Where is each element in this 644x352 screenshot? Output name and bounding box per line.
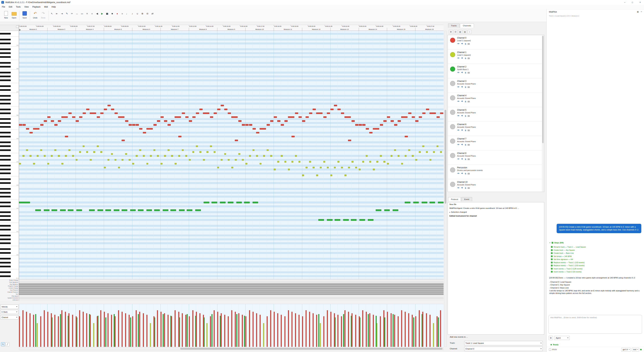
lead-velocity-bar[interactable] bbox=[274, 312, 275, 347]
lead-velocity-bar[interactable] bbox=[362, 310, 363, 347]
arp-note[interactable] bbox=[260, 163, 262, 164]
lead-note[interactable] bbox=[412, 116, 415, 118]
visibility-eye-icon[interactable] bbox=[457, 172, 460, 175]
lead-velocity-bar[interactable] bbox=[79, 310, 80, 347]
lead-velocity-bar[interactable] bbox=[139, 312, 140, 347]
lead-note[interactable] bbox=[369, 132, 372, 133]
lead-note[interactable] bbox=[185, 116, 188, 118]
magnet-button[interactable]: ∪ bbox=[135, 11, 140, 16]
speaker-icon[interactable] bbox=[461, 100, 464, 103]
arp-note[interactable] bbox=[440, 151, 442, 153]
speaker-icon[interactable] bbox=[461, 42, 464, 45]
bass-velocity-bar[interactable] bbox=[244, 316, 245, 347]
new-button[interactable]: New bbox=[2, 10, 10, 19]
arp-note[interactable] bbox=[341, 167, 343, 168]
lead-note[interactable] bbox=[217, 109, 220, 110]
lead-velocity-bar[interactable] bbox=[415, 316, 416, 347]
channel-row[interactable]: Channel 1Lead 1 (square)S bbox=[448, 49, 542, 64]
bass-velocity-bar[interactable] bbox=[212, 314, 212, 347]
black-key[interactable] bbox=[0, 89, 11, 91]
arp-note[interactable] bbox=[200, 151, 202, 153]
visibility-eye-icon[interactable] bbox=[457, 86, 460, 89]
black-key[interactable] bbox=[0, 118, 11, 120]
arp-note[interactable] bbox=[224, 153, 226, 155]
menu-edit[interactable]: Edit bbox=[7, 5, 14, 9]
black-key[interactable] bbox=[0, 99, 11, 101]
arp-note[interactable] bbox=[206, 151, 208, 153]
lead-note[interactable] bbox=[40, 124, 44, 126]
arp-note[interactable] bbox=[196, 145, 198, 147]
lead-note[interactable] bbox=[104, 109, 107, 110]
protocol-item[interactable]: Edited instrument for channel bbox=[448, 214, 544, 218]
arp-note[interactable] bbox=[334, 167, 336, 168]
bass-velocity-bar[interactable] bbox=[163, 314, 164, 347]
solo-button[interactable]: S bbox=[465, 144, 466, 146]
bass-note[interactable] bbox=[430, 202, 435, 203]
lead-note[interactable] bbox=[54, 124, 58, 126]
lead-velocity-bar[interactable] bbox=[366, 312, 367, 347]
open-button[interactable]: Open bbox=[10, 10, 18, 19]
bass-note[interactable] bbox=[195, 209, 201, 211]
lead-note[interactable] bbox=[108, 105, 111, 106]
channel-list-scrollbar[interactable] bbox=[542, 35, 544, 192]
arp-note[interactable] bbox=[292, 161, 294, 162]
arp-note[interactable] bbox=[174, 163, 176, 164]
arp-note[interactable] bbox=[104, 167, 106, 168]
black-key[interactable] bbox=[0, 271, 11, 273]
arp-note[interactable] bbox=[192, 151, 194, 153]
channel-row[interactable]: PercussionDrums and percussion eventsS bbox=[448, 165, 542, 179]
visibility-eye-icon[interactable] bbox=[457, 57, 460, 60]
event-lane-bar[interactable] bbox=[19, 288, 444, 289]
minimize-button[interactable]: – bbox=[621, 0, 628, 5]
bass-note[interactable] bbox=[170, 209, 176, 211]
bass-note[interactable] bbox=[351, 219, 356, 221]
lead-note[interactable] bbox=[292, 136, 295, 137]
black-key[interactable] bbox=[0, 275, 11, 277]
solo-button[interactable]: S bbox=[465, 86, 466, 88]
lead-velocity-bar[interactable] bbox=[252, 312, 254, 347]
lead-velocity-bar[interactable] bbox=[114, 316, 116, 347]
lead-velocity-bar[interactable] bbox=[270, 310, 271, 347]
bass-note[interactable] bbox=[413, 202, 419, 203]
vertical-scroll-thumb[interactable] bbox=[444, 110, 446, 204]
lead-velocity-bar[interactable] bbox=[369, 313, 370, 347]
lead-velocity-bar[interactable] bbox=[260, 315, 260, 347]
bass-velocity-bar[interactable] bbox=[343, 314, 344, 347]
lead-note[interactable] bbox=[352, 120, 355, 122]
lead-velocity-bar[interactable] bbox=[436, 316, 438, 347]
visibility-eye-icon[interactable] bbox=[457, 71, 460, 74]
black-key[interactable] bbox=[0, 145, 11, 147]
arp-note[interactable] bbox=[40, 149, 42, 151]
save-button[interactable]: Save bbox=[21, 10, 29, 19]
lead-velocity-bar[interactable] bbox=[143, 313, 144, 347]
lead-note[interactable] bbox=[256, 132, 259, 133]
model-select[interactable]: gpt-5.4 bbox=[621, 348, 630, 352]
lead-note[interactable] bbox=[281, 124, 284, 126]
channel-row[interactable]: Channel 0Lead 1 (square)S bbox=[448, 35, 542, 49]
bass-note[interactable] bbox=[212, 202, 217, 203]
black-key[interactable] bbox=[0, 48, 11, 50]
lead-note[interactable] bbox=[224, 109, 228, 110]
lead-velocity-bar[interactable] bbox=[125, 313, 126, 347]
arp-note[interactable] bbox=[352, 161, 354, 162]
arp-note[interactable] bbox=[136, 155, 138, 157]
arp-note[interactable] bbox=[376, 161, 378, 162]
black-key[interactable] bbox=[0, 202, 11, 203]
channel-row[interactable]: Channel 8Acoustic Grand PianoS bbox=[448, 150, 542, 165]
lead-note[interactable] bbox=[129, 124, 132, 126]
lead-note[interactable] bbox=[203, 112, 209, 114]
horizontal-scroll-thumb[interactable] bbox=[180, 348, 442, 350]
lead-velocity-bar[interactable] bbox=[430, 315, 430, 347]
arp-note[interactable] bbox=[125, 153, 127, 155]
bass-note[interactable] bbox=[392, 209, 398, 211]
lead-note[interactable] bbox=[114, 112, 118, 114]
speaker-icon[interactable] bbox=[461, 172, 464, 175]
lead-velocity-bar[interactable] bbox=[302, 316, 303, 347]
vertical-scrollbar[interactable] bbox=[444, 31, 447, 347]
lead-note[interactable] bbox=[19, 124, 22, 126]
bass-velocity-bar[interactable] bbox=[35, 314, 36, 347]
lead-note[interactable] bbox=[174, 116, 181, 118]
lead-note[interactable] bbox=[401, 116, 408, 118]
black-key[interactable] bbox=[0, 79, 11, 81]
arp-note[interactable] bbox=[217, 167, 219, 168]
